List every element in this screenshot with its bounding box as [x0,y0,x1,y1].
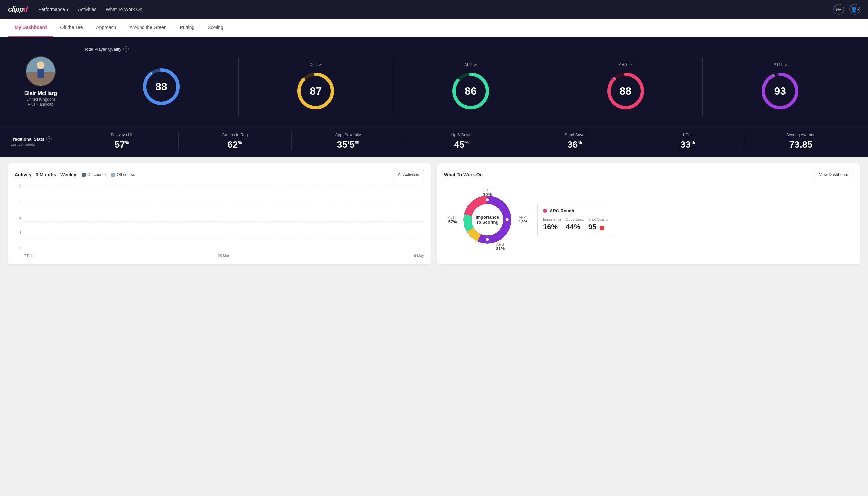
score-cards: 88 OTT ↗ 87 [84,57,857,116]
wtwon-content: OTT 10% APP 12% ARG 21% PUTT 57% [444,185,853,254]
chevron-down-icon: ▾ [66,7,68,12]
stat-oneputt-label: 1 Putt [636,133,739,137]
stat-scoring-average: Scoring Average 73.85 [744,133,857,150]
donut-ott: 87 [296,71,336,111]
app-segment-label: APP 12% [519,215,527,224]
svg-rect-3 [37,69,44,78]
nav-performance[interactable]: Performance ▾ [38,1,68,18]
activity-card: Activity - 3 Months - Weekly On course O… [8,163,431,264]
player-handicap: Plus Handicap [28,102,53,107]
y-axis: 4 3 2 1 0 [15,185,21,250]
donut-app: 86 [451,71,491,111]
view-dashboard-button[interactable]: View Dashboard [814,170,853,179]
stat-updown-label: Up & Down [410,133,512,137]
tab-bar: My Dashboard Off the Tee Approach Around… [0,19,868,37]
avatar-image [26,57,55,86]
putt-segment-label: PUTT 57% [447,215,457,224]
stat-app-proximity: App. Proximity 35'5" [292,133,405,150]
donut-main: 88 [141,67,181,107]
player-name: Blair McHarg [24,90,57,96]
add-button[interactable]: ⊕ ▾ [833,4,844,15]
logo[interactable]: clippd [8,5,28,14]
stat-oneputt-value: 33% [636,139,739,150]
tab-off-the-tee[interactable]: Off the Tee [53,19,89,37]
legend-on-course-dot [82,173,85,176]
tab-around-the-green[interactable]: Around the Green [123,19,173,37]
stat-prox-value: 35'5" [297,139,399,150]
arg-label: ARG ↗ [619,62,632,67]
x-label-may: 9 May [414,254,424,258]
nav-right: ⊕ ▾ 👤 ▾ [833,4,860,15]
wtwon-card-header: What To Work On View Dashboard [444,170,853,179]
chart-area: 4 3 2 1 0 7 Feb 28 Mar 9 May [15,185,424,258]
metric-shot-quality: Shot Quality 95 ↓ [588,217,608,231]
activity-card-header: Activity - 3 Months - Weekly On course O… [15,170,424,179]
stat-gir-label: Greens In Reg [184,133,286,137]
app-label: APP ↗ [464,62,477,67]
tab-approach[interactable]: Approach [89,19,123,37]
stat-greens-in-reg: Greens In Reg 62% [178,133,292,150]
opportunity-value: 44% [566,222,586,231]
all-activities-button[interactable]: All Activities [393,170,424,179]
shot-quality-value: 95 ↓ [588,222,608,231]
x-label-feb: 7 Feb [24,254,33,258]
score-putt-value: 93 [774,85,786,97]
opportunity-label: Opportunity [566,217,586,221]
donut-arg: 88 [605,71,646,111]
stat-one-putt: 1 Putt 33% [631,133,744,150]
trad-stats-label: Traditional Stats ? Last 20 rounds [11,136,57,146]
tpq-help-icon[interactable]: ? [123,46,129,52]
info-dot [543,208,547,213]
tab-putting[interactable]: Putting [173,19,201,37]
trad-stats-grid: Fairways Hit 57% Greens In Reg 62% App. … [65,133,857,150]
nav-what-to-work-on[interactable]: What To Work On [106,1,142,18]
stat-gir-value: 62% [184,139,286,150]
activity-chart-title: Activity - 3 Months - Weekly [15,172,76,177]
info-card: ARG Rough Importance 16% Opportunity 44%… [537,203,614,237]
user-dropdown-icon: ▾ [857,7,859,11]
nav-activities[interactable]: Activities [78,1,96,18]
importance-label: Importance [543,217,563,221]
putt-label: PUTT ↗ [773,62,788,67]
tab-scoring[interactable]: Scoring [201,19,230,37]
info-card-title: ARG Rough [550,208,574,213]
ott-label: OTT ↗ [310,62,322,67]
stat-sand-label: Sand Save [523,133,626,137]
score-arg-value: 88 [619,85,632,97]
stat-sand-save: Sand Save 36% [518,133,631,150]
putt-arrow-icon: ↗ [784,62,788,67]
stat-sand-value: 36% [523,139,626,150]
player-info: Blair McHarg United Kingdom Plus Handica… [11,56,70,107]
traditional-stats: Traditional Stats ? Last 20 rounds Fairw… [0,126,868,157]
info-metrics: Importance 16% Opportunity 44% Shot Qual… [543,217,608,231]
stat-fairways-value: 57% [70,139,173,150]
user-icon: 👤 [851,6,857,13]
tab-my-dashboard[interactable]: My Dashboard [8,19,53,37]
stat-fairways-hit: Fairways Hit 57% [65,133,178,150]
score-card-main: 88 [84,57,239,116]
nav-links: Performance ▾ Activities What To Work On [38,1,823,18]
x-labels: 7 Feb 28 Mar 9 May [24,254,424,258]
info-card-header: ARG Rough [543,208,608,213]
y-label-4: 4 [15,185,21,188]
score-card-putt: PUTT ↗ 93 [703,57,857,116]
score-main-value: 88 [155,81,167,93]
donut-putt: 93 [760,71,800,111]
legend-off-course-dot [111,173,115,176]
trad-help-icon[interactable]: ? [46,136,52,142]
stat-scoring-label: Scoring Average [750,133,852,137]
wtwon-card: What To Work On View Dashboard OTT 10% A… [437,163,860,264]
stat-up-down: Up & Down 45% [405,133,518,150]
score-app-value: 86 [464,85,477,97]
arg-arrow-icon: ↗ [629,62,632,67]
score-card-ott: OTT ↗ 87 [239,57,394,116]
trad-subtitle: Last 20 rounds [11,142,57,146]
y-label-3: 3 [15,200,21,204]
metric-opportunity: Opportunity 44% [566,217,586,231]
user-button[interactable]: 👤 ▾ [849,4,860,15]
chart-bars [24,185,424,250]
chart-legend: On course Off course [82,172,135,177]
bottom-section: Activity - 3 Months - Weekly On course O… [0,157,868,271]
add-dropdown-icon: ▾ [840,7,842,11]
shot-quality-label: Shot Quality [588,217,608,221]
